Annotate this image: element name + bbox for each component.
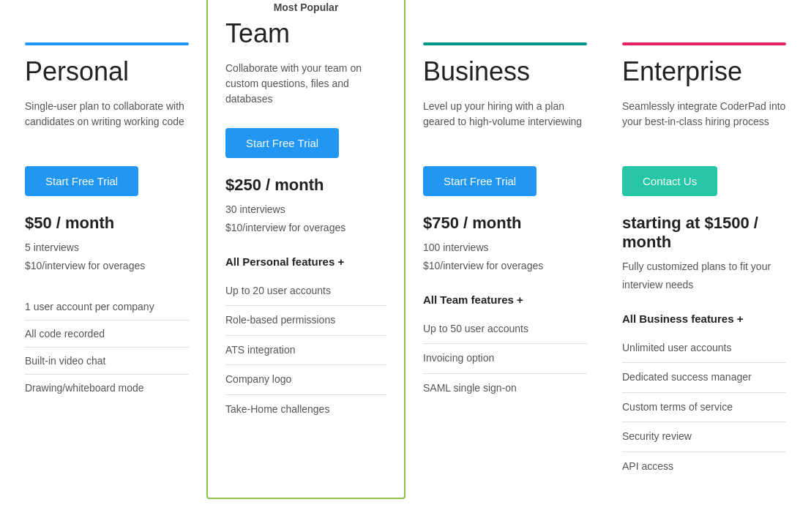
cta-button-enterprise[interactable]: Contact Us: [622, 166, 717, 196]
plan-description: Collaborate with your team on custom que…: [225, 61, 386, 113]
features-header: All Team features +: [423, 293, 587, 306]
features-list: Unlimited user accountsDedicated success…: [622, 334, 786, 482]
plan-card-business: BusinessLevel up your hiring with a plan…: [406, 15, 605, 499]
feature-item: Security review: [622, 422, 786, 452]
cta-button-personal[interactable]: Start Free Trial: [25, 166, 138, 196]
most-popular-label: Most Popular: [225, 1, 386, 13]
plan-interviews: 5 interviews$10/interview for overages: [25, 239, 189, 275]
feature-item: SAML single sign-on: [423, 374, 587, 403]
plan-interviews: 30 interviews$10/interview for overages: [225, 201, 386, 237]
plan-top-bar: [25, 42, 189, 45]
features-header: All Personal features +: [225, 255, 386, 268]
plan-name: Personal: [25, 56, 189, 87]
feature-item: ATS integration: [225, 336, 386, 366]
plan-card-enterprise: EnterpriseSeamlessly integrate CoderPad …: [605, 15, 804, 499]
plan-price: $750 / month: [423, 214, 587, 233]
plan-interviews: 100 interviews$10/interview for overages: [423, 239, 587, 275]
basic-features: 1 user account per companyAll code recor…: [25, 293, 189, 401]
feature-item: API access: [622, 452, 786, 482]
plan-interviews: Fully customized plans to fit your inter…: [622, 258, 786, 294]
basic-feature-item: 1 user account per company: [25, 293, 189, 321]
plan-card-team: Most PopularTeamCollaborate with your te…: [206, 0, 406, 499]
plan-top-bar: [622, 42, 786, 45]
plan-card-personal: PersonalSingle-user plan to collaborate …: [7, 15, 206, 499]
feature-item: Up to 50 user accounts: [423, 315, 587, 345]
features-list: Up to 50 user accountsInvoicing optionSA…: [423, 315, 587, 403]
plan-price: $50 / month: [25, 214, 189, 233]
plan-price: $250 / month: [225, 176, 386, 195]
features-list: Up to 20 user accountsRole-based permiss…: [225, 277, 386, 424]
feature-item: Unlimited user accounts: [622, 334, 786, 364]
pricing-grid: PersonalSingle-user plan to collaborate …: [7, 15, 804, 499]
feature-item: Up to 20 user accounts: [225, 277, 386, 307]
plan-description: Seamlessly integrate CoderPad into your …: [622, 99, 786, 151]
plan-top-bar: [423, 42, 587, 45]
features-header: All Business features +: [622, 312, 786, 325]
basic-feature-item: All code recorded: [25, 321, 189, 348]
plan-description: Single-user plan to collaborate with can…: [25, 99, 189, 151]
cta-button-business[interactable]: Start Free Trial: [423, 166, 537, 196]
plan-name: Team: [225, 18, 386, 49]
cta-button-team[interactable]: Start Free Trial: [225, 128, 339, 158]
plan-description: Level up your hiring with a plan geared …: [423, 99, 587, 151]
plan-price: starting at $1500 / month: [622, 214, 786, 252]
feature-item: Company logo: [225, 365, 386, 395]
plan-name: Business: [423, 56, 587, 87]
feature-item: Dedicated success manager: [622, 363, 786, 393]
basic-feature-item: Built-in video chat: [25, 348, 189, 375]
plan-name: Enterprise: [622, 56, 786, 87]
basic-feature-item: Drawing/whiteboard mode: [25, 375, 189, 401]
feature-item: Take-Home challenges: [225, 395, 386, 424]
feature-item: Role-based permissions: [225, 306, 386, 336]
feature-item: Custom terms of service: [622, 393, 786, 423]
feature-item: Invoicing option: [423, 344, 587, 374]
